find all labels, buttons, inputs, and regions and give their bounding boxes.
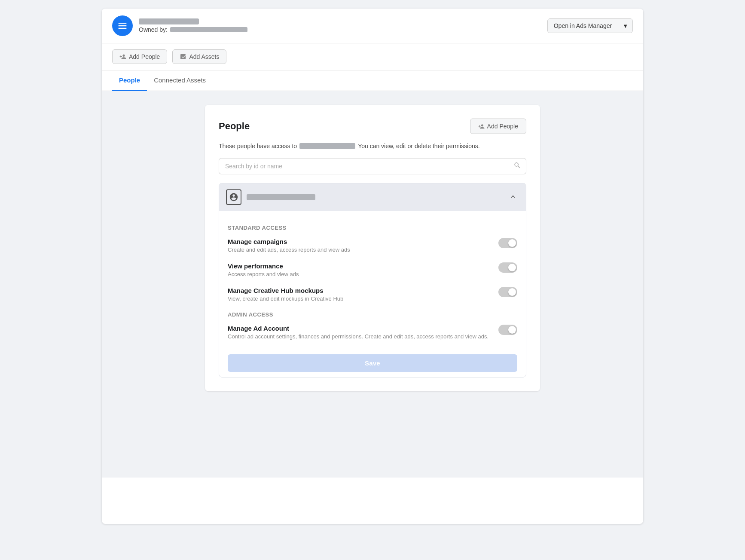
manage-ad-account-toggle[interactable] <box>498 325 517 335</box>
owned-by-row: Owned by: <box>139 26 247 33</box>
add-people-section-button[interactable]: Add People <box>470 119 526 134</box>
person-card: Standard Access Manage campaigns Create … <box>219 183 526 377</box>
owned-by-value <box>170 27 247 32</box>
permissions-panel: Standard Access Manage campaigns Create … <box>219 211 526 377</box>
page-wrapper: Owned by: Open in Ads Manager ▼ Add Peop… <box>102 9 643 524</box>
save-button[interactable]: Save <box>228 354 517 372</box>
admin-access-label: Admin Access <box>228 311 517 318</box>
header-text: Owned by: <box>139 18 247 33</box>
content-card: People Add People These people have acce… <box>205 105 540 391</box>
open-ads-manager-button[interactable]: Open in Ads Manager ▼ <box>547 18 633 33</box>
search-wrapper <box>219 158 526 174</box>
creative-hub-desc: View, create and edit mockups in Creativ… <box>228 295 492 302</box>
view-performance-title: View performance <box>228 262 492 270</box>
person-avatar <box>226 189 241 205</box>
permission-row-view-performance: View performance Access reports and view… <box>228 262 517 277</box>
toggle-track <box>498 262 517 273</box>
chevron-up-icon <box>509 192 517 201</box>
account-name-bar <box>139 18 199 24</box>
header: Owned by: Open in Ads Manager ▼ <box>102 9 643 43</box>
description-redacted <box>299 143 355 149</box>
toggle-thumb <box>508 326 516 334</box>
brand-icon <box>116 20 128 32</box>
view-performance-desc: Access reports and view ads <box>228 271 492 277</box>
header-left: Owned by: <box>112 15 247 36</box>
header-right: Open in Ads Manager ▼ <box>547 18 633 33</box>
save-button-wrap: Save <box>228 349 517 377</box>
permission-row-manage-ad-account: Manage Ad Account Control ad account set… <box>228 325 517 340</box>
add-person-section-icon <box>478 123 485 130</box>
manage-campaigns-title: Manage campaigns <box>228 238 492 245</box>
toggle-track <box>498 325 517 335</box>
collapse-button[interactable] <box>507 191 519 204</box>
toggle-track <box>498 238 517 248</box>
permission-info-manage-ad-account: Manage Ad Account Control ad account set… <box>228 325 492 340</box>
creative-hub-toggle[interactable] <box>498 287 517 297</box>
toggle-thumb <box>508 239 516 247</box>
owned-by-label: Owned by: <box>139 26 168 33</box>
add-assets-toolbar-button[interactable]: Add Assets <box>172 49 226 64</box>
description-before: These people have access to <box>219 143 297 149</box>
toggle-track <box>498 287 517 297</box>
person-avatar-icon <box>229 192 238 202</box>
open-ads-manager-label: Open in Ads Manager <box>548 19 618 33</box>
manage-ad-account-desc: Control ad account settings, finances an… <box>228 333 492 340</box>
view-performance-toggle[interactable] <box>498 262 517 273</box>
brand-avatar <box>112 15 133 36</box>
permission-info-view-performance: View performance Access reports and view… <box>228 262 492 277</box>
toolbar: Add People Add Assets <box>102 43 643 70</box>
tab-connected-assets[interactable]: Connected Assets <box>147 70 213 91</box>
add-person-icon <box>119 53 126 60</box>
toggle-thumb <box>508 288 516 296</box>
section-title: People <box>219 121 250 132</box>
manage-ad-account-title: Manage Ad Account <box>228 325 492 332</box>
add-people-label: Add People <box>129 53 160 60</box>
tab-people[interactable]: People <box>112 70 147 91</box>
open-ads-manager-arrow-icon: ▼ <box>618 19 632 33</box>
permission-row-creative-hub: Manage Creative Hub mockups View, create… <box>228 287 517 302</box>
permission-info-manage-campaigns: Manage campaigns Create and edit ads, ac… <box>228 238 492 253</box>
section-header: People Add People <box>219 119 526 134</box>
standard-access-label: Standard Access <box>228 225 517 231</box>
add-people-toolbar-button[interactable]: Add People <box>112 49 167 64</box>
main-content: People Add People These people have acce… <box>102 91 643 478</box>
permission-info-creative-hub: Manage Creative Hub mockups View, create… <box>228 287 492 302</box>
manage-campaigns-desc: Create and edit ads, access reports and … <box>228 247 492 253</box>
add-people-section-label: Add People <box>487 123 518 130</box>
description-after: You can view, edit or delete their permi… <box>358 143 480 149</box>
toggle-thumb <box>508 264 516 271</box>
manage-campaigns-toggle[interactable] <box>498 238 517 248</box>
permission-row-manage-campaigns: Manage campaigns Create and edit ads, ac… <box>228 238 517 253</box>
description-row: These people have access to You can view… <box>219 143 526 149</box>
person-card-header <box>219 183 526 211</box>
add-assets-label: Add Assets <box>189 53 219 60</box>
add-assets-icon <box>180 53 186 60</box>
person-name-bar <box>247 194 315 200</box>
creative-hub-title: Manage Creative Hub mockups <box>228 287 492 294</box>
tabs-bar: People Connected Assets <box>102 70 643 91</box>
search-input[interactable] <box>219 158 526 174</box>
person-card-left <box>226 189 315 205</box>
